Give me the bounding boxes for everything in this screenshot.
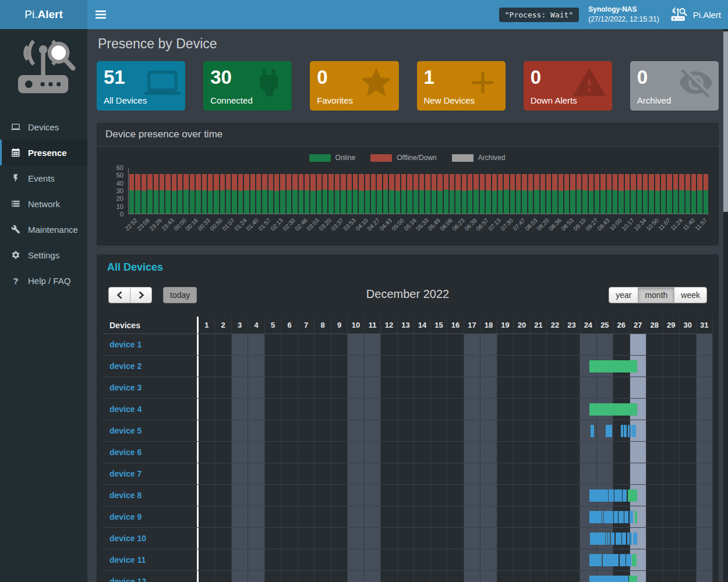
stacked-bar xyxy=(516,174,521,214)
page-scrollbar[interactable] xyxy=(723,29,728,582)
stacked-bar xyxy=(183,174,188,214)
stacked-bar xyxy=(437,174,442,214)
chart-y-axis: 0102030405060 xyxy=(105,168,128,214)
legend-swatch xyxy=(309,154,331,162)
day-header-cell: 19 xyxy=(497,317,514,333)
day-cell xyxy=(215,463,231,484)
sidebar-item-settings[interactable]: Settings xyxy=(0,242,87,268)
all-devices-panel: All Devices today December 2022 yearmont… xyxy=(97,254,719,582)
day-cell xyxy=(348,528,364,549)
day-cell xyxy=(613,463,630,484)
calendar-row: device 7 xyxy=(103,463,713,485)
day-cell xyxy=(646,571,663,582)
device-link[interactable]: device 11 xyxy=(109,555,146,565)
calendar-row: device 12 xyxy=(103,571,713,582)
star-icon xyxy=(358,65,394,103)
network-icon xyxy=(10,199,21,208)
presence-bar xyxy=(590,533,605,545)
device-link[interactable]: device 8 xyxy=(109,491,142,500)
presence-bar xyxy=(627,533,630,545)
legend-item-offline-down[interactable]: Offline/Down xyxy=(370,154,436,162)
scrollbar-thumb[interactable] xyxy=(723,31,728,212)
device-link[interactable]: device 2 xyxy=(109,361,142,371)
presence-bar xyxy=(632,554,637,566)
device-link[interactable]: device 12 xyxy=(109,577,146,582)
calendar-view-week-button[interactable]: week xyxy=(674,287,707,303)
day-cell xyxy=(232,377,248,398)
calendar-view-month-button[interactable]: month xyxy=(638,287,674,303)
legend-item-online[interactable]: Online xyxy=(309,154,356,162)
stacked-bar xyxy=(595,174,599,214)
presence-bar xyxy=(591,425,594,437)
day-grid xyxy=(199,571,713,582)
day-cell xyxy=(431,377,447,398)
day-header-cell: 28 xyxy=(646,317,663,333)
day-cell xyxy=(547,377,563,398)
day-cell xyxy=(348,549,364,570)
device-link[interactable]: device 7 xyxy=(109,469,142,478)
laptop-icon xyxy=(144,65,181,103)
day-cell xyxy=(680,506,696,527)
day-cell xyxy=(331,377,348,398)
sidebar-item-maintenance[interactable]: Maintenance xyxy=(0,217,87,242)
sidebar-item-network[interactable]: Network xyxy=(0,191,87,217)
device-link[interactable]: device 5 xyxy=(109,426,142,435)
sidebar-item-devices[interactable]: Devices xyxy=(0,114,87,140)
infobox-all-devices[interactable]: 51All Devices xyxy=(97,61,185,111)
day-cell xyxy=(447,463,464,484)
day-header-cell: 2 xyxy=(215,317,231,333)
day-cell xyxy=(414,571,430,582)
day-cell xyxy=(547,463,563,484)
stacked-bar xyxy=(365,174,370,214)
device-link[interactable]: device 10 xyxy=(109,534,146,543)
sidebar-toggle-button[interactable] xyxy=(87,0,114,29)
infobox-down-alerts[interactable]: 0Down Alerts xyxy=(524,61,612,111)
day-cell xyxy=(447,377,464,398)
sidebar-item-presence[interactable]: Presence xyxy=(0,140,87,165)
day-header-cell: 10 xyxy=(348,317,364,333)
day-cell xyxy=(597,377,613,398)
day-cell xyxy=(232,549,248,570)
y-tick-label: 40 xyxy=(116,180,123,187)
infobox-archived[interactable]: 0Archived xyxy=(630,61,719,111)
device-link[interactable]: device 3 xyxy=(109,383,142,392)
day-cell xyxy=(414,442,430,463)
infobox-favorites[interactable]: 0Favorites xyxy=(310,61,398,111)
day-cell xyxy=(248,549,264,570)
presence-bar xyxy=(603,554,619,566)
sidebar-item-events[interactable]: Events xyxy=(0,165,87,191)
chart-body: OnlineOffline/DownArchived 0102030405060… xyxy=(97,147,719,246)
device-link[interactable]: device 9 xyxy=(109,512,142,521)
brand-logo[interactable]: Pi.Alert xyxy=(0,0,87,29)
host-name: Synology-NAS xyxy=(588,5,659,15)
device-link[interactable]: device 4 xyxy=(109,404,142,414)
infobox-connected[interactable]: 30Connected xyxy=(203,61,292,111)
presence-bar xyxy=(623,489,627,502)
day-header-cell: 22 xyxy=(547,317,563,333)
calendar-view-year-button[interactable]: year xyxy=(609,287,638,303)
day-cell xyxy=(232,442,248,463)
day-cell xyxy=(215,528,231,549)
day-cell xyxy=(398,485,414,506)
day-cell xyxy=(580,463,596,484)
day-grid xyxy=(199,356,713,377)
legend-item-archived[interactable]: Archived xyxy=(452,154,506,162)
infobox-new-devices[interactable]: 1New Devices xyxy=(417,61,506,111)
calendar-row: device 11 xyxy=(103,549,713,571)
day-cell xyxy=(680,377,696,398)
day-cell xyxy=(398,549,414,570)
chart-legend: OnlineOffline/DownArchived xyxy=(105,154,709,162)
presence-bar xyxy=(624,511,628,523)
device-link[interactable]: device 1 xyxy=(109,340,142,349)
stacked-bar xyxy=(238,174,243,214)
day-header-cell: 5 xyxy=(265,317,281,333)
day-cell xyxy=(497,334,514,355)
day-cell xyxy=(514,399,530,420)
device-link[interactable]: device 6 xyxy=(109,448,142,457)
calendar-row: device 5 xyxy=(103,420,713,442)
day-cell xyxy=(281,485,298,506)
legend-swatch xyxy=(452,154,473,162)
navbar-app-name: Pi.Alert xyxy=(693,10,721,20)
presence-bar xyxy=(589,511,602,523)
sidebar-item-help-faq[interactable]: ?Help / FAQ xyxy=(0,268,87,293)
